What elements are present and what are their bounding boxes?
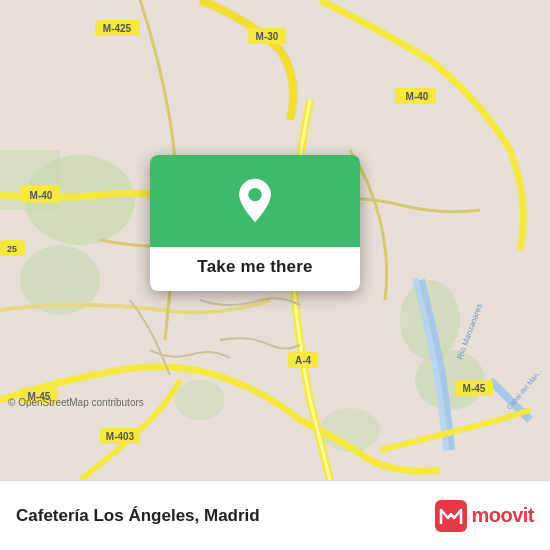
svg-text:M-425: M-425 bbox=[103, 23, 132, 34]
svg-text:25: 25 bbox=[7, 244, 17, 254]
svg-text:M-40: M-40 bbox=[30, 190, 53, 201]
take-me-there-card[interactable]: Take me there bbox=[150, 155, 360, 291]
svg-text:M-403: M-403 bbox=[106, 431, 135, 442]
svg-point-6 bbox=[175, 380, 225, 420]
svg-text:M-40: M-40 bbox=[406, 91, 429, 102]
moovit-brand-text: moovit bbox=[471, 504, 534, 527]
take-me-there-label: Take me there bbox=[179, 247, 330, 291]
map-container: M-425 M-30 M-40 M-40 25 M-45 M-45 M-403 … bbox=[0, 0, 550, 480]
map-attribution: © OpenStreetMap contributors bbox=[8, 397, 144, 408]
card-green-section bbox=[150, 155, 360, 247]
svg-point-32 bbox=[248, 188, 261, 201]
bottom-bar: Cafetería Los Ángeles, Madrid moovit bbox=[0, 480, 550, 550]
moovit-brand-icon bbox=[435, 500, 467, 532]
place-name: Cafetería Los Ángeles, Madrid bbox=[16, 506, 425, 526]
svg-text:M-45: M-45 bbox=[463, 383, 486, 394]
location-pin-icon bbox=[229, 177, 281, 229]
svg-text:M-30: M-30 bbox=[256, 31, 279, 42]
svg-text:A-4: A-4 bbox=[295, 355, 312, 366]
moovit-logo: moovit bbox=[435, 500, 534, 532]
